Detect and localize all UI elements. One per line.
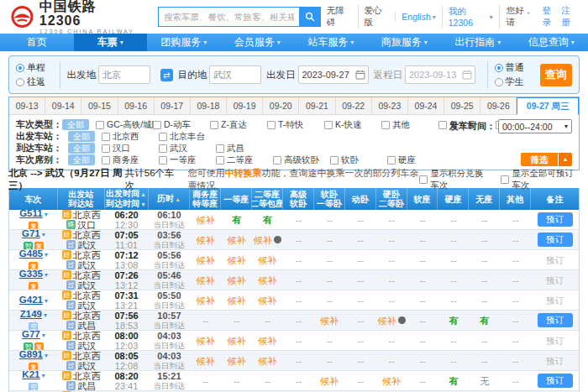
filter-checkbox[interactable]: K-快速: [324, 119, 380, 131]
seat-cell[interactable]: --: [500, 331, 531, 350]
seat-cell[interactable]: 有: [221, 210, 252, 229]
expand-caret-icon[interactable]: ▾: [45, 297, 48, 305]
column-header[interactable]: 高级软卧: [283, 188, 314, 210]
filter-checkbox[interactable]: GC-高铁/城际: [96, 119, 151, 131]
seat-cell[interactable]: 有: [438, 371, 469, 390]
sort-arrow-icon[interactable]: ▲: [140, 191, 146, 197]
top-link-accessibility[interactable]: 无障碍: [321, 5, 358, 29]
login-link[interactable]: 登录: [542, 5, 559, 29]
train-number-link[interactable]: K21: [22, 371, 39, 379]
date-tab-09-17[interactable]: 09-17: [155, 97, 191, 115]
seat-cell[interactable]: --: [407, 250, 438, 269]
seat-cell[interactable]: 候补: [190, 230, 221, 249]
seat-cell[interactable]: 候补: [252, 250, 283, 269]
date-tab-09-22[interactable]: 09-22: [336, 97, 372, 115]
column-header[interactable]: 软卧一等卧: [314, 188, 345, 210]
seat-cell[interactable]: --: [345, 311, 376, 330]
filter-all-chip[interactable]: 全部: [62, 119, 89, 130]
seat-cell[interactable]: 候补: [221, 270, 252, 290]
seat-cell[interactable]: --: [283, 371, 314, 390]
seat-cell[interactable]: 候补: [252, 290, 283, 310]
date-tab-09-23[interactable]: 09-23: [372, 97, 408, 115]
seat-cell[interactable]: --: [221, 371, 252, 390]
seat-cell[interactable]: --: [376, 270, 407, 290]
column-header[interactable]: 出发站到达站: [58, 188, 105, 210]
seat-cell[interactable]: --: [314, 230, 345, 249]
seat-cell[interactable]: --: [283, 311, 314, 330]
register-link[interactable]: 注册: [561, 5, 578, 29]
seat-cell[interactable]: --: [376, 230, 407, 249]
seat-cell[interactable]: --: [500, 351, 531, 370]
seat-cell[interactable]: 候补: [190, 270, 221, 290]
seat-cell[interactable]: --: [469, 351, 500, 370]
passenger-type-normal[interactable]: 普通: [495, 61, 532, 74]
column-header[interactable]: 一等座: [221, 188, 252, 210]
seat-cell[interactable]: --: [221, 311, 252, 330]
seat-cell[interactable]: --: [345, 351, 376, 370]
column-header[interactable]: 车次: [9, 188, 58, 210]
to-input[interactable]: [209, 65, 261, 84]
train-number-link[interactable]: G71: [22, 230, 40, 238]
column-header[interactable]: 商务座特等座: [190, 188, 221, 210]
seat-cell[interactable]: --: [500, 290, 531, 310]
seat-cell[interactable]: --: [283, 270, 314, 290]
seat-cell[interactable]: --: [407, 290, 438, 310]
seat-cell[interactable]: --: [500, 270, 531, 290]
nav-item-info-query[interactable]: 信息查询▾: [515, 34, 588, 51]
seat-cell[interactable]: --: [376, 290, 407, 310]
seat-cell[interactable]: 候补: [190, 250, 221, 269]
search-input[interactable]: [158, 7, 299, 27]
seat-cell[interactable]: --: [314, 270, 345, 290]
seat-cell[interactable]: --: [314, 250, 345, 269]
seat-cell[interactable]: --: [314, 331, 345, 350]
train-number-link[interactable]: G485: [19, 250, 43, 259]
filter-checkbox[interactable]: 二等座: [216, 154, 271, 166]
train-number-link[interactable]: G77: [22, 331, 40, 339]
seat-cell[interactable]: --: [438, 270, 469, 290]
seat-cell[interactable]: --: [438, 210, 469, 229]
seat-cell[interactable]: --: [345, 230, 376, 249]
seat-cell[interactable]: 候补: [221, 351, 252, 370]
nav-item-home[interactable]: 首页: [0, 34, 74, 51]
filter-checkbox[interactable]: 其他: [381, 119, 437, 131]
nav-item-travel-guide[interactable]: 出行指南▾: [441, 34, 515, 51]
seat-cell[interactable]: --: [500, 210, 531, 229]
brand[interactable]: 中国铁路12306 12306 CHINA RAILWAY: [10, 0, 134, 35]
filter-all-chip[interactable]: 全部: [68, 143, 95, 154]
filter-checkbox[interactable]: 软卧: [330, 154, 386, 166]
seat-cell[interactable]: --: [500, 230, 531, 249]
seat-cell[interactable]: 候补: [190, 210, 221, 229]
filter-checkbox[interactable]: 商务座: [102, 154, 157, 166]
filter-all-chip[interactable]: 全部: [68, 131, 95, 142]
seat-cell[interactable]: --: [407, 371, 438, 390]
seat-cell[interactable]: --: [407, 210, 438, 229]
filter-checkbox[interactable]: 北京西: [102, 131, 157, 143]
seat-cell[interactable]: 候补: [376, 371, 407, 390]
seat-cell[interactable]: --: [252, 311, 283, 330]
column-header[interactable]: 硬座: [438, 188, 469, 210]
train-number-link[interactable]: G421: [19, 295, 43, 305]
nav-item-member-services[interactable]: 会员服务▾: [221, 34, 295, 51]
seat-cell[interactable]: 候补: [190, 351, 221, 370]
seat-cell[interactable]: --: [345, 250, 376, 269]
column-header[interactable]: 备注: [531, 188, 579, 210]
from-input[interactable]: [98, 65, 150, 84]
collapse-up-icon[interactable]: ▲: [559, 153, 572, 166]
seat-cell[interactable]: 有: [469, 311, 500, 330]
date-tab-09-19[interactable]: 09-19: [227, 97, 263, 115]
expand-caret-icon[interactable]: ▾: [45, 271, 48, 279]
expand-caret-icon[interactable]: ▾: [42, 231, 45, 238]
date-tab-09-13[interactable]: 09-13: [9, 97, 45, 115]
seat-cell[interactable]: --: [314, 290, 345, 310]
seat-cell[interactable]: 候补: [252, 270, 283, 290]
train-number-link[interactable]: Z149: [20, 311, 42, 319]
date-tab-09-15[interactable]: 09-15: [81, 97, 118, 115]
filter-all-chip[interactable]: 全部: [68, 154, 95, 165]
date-tab-09-25[interactable]: 09-25: [444, 97, 480, 115]
filter-checkbox[interactable]: 汉口: [102, 143, 157, 154]
date-tab-09-18[interactable]: 09-18: [191, 97, 227, 115]
column-header[interactable]: 二等座二等包座: [252, 188, 283, 210]
expand-caret-icon[interactable]: ▾: [45, 251, 48, 259]
seat-cell[interactable]: --: [376, 250, 407, 269]
top-link-english[interactable]: English▾: [395, 12, 441, 22]
